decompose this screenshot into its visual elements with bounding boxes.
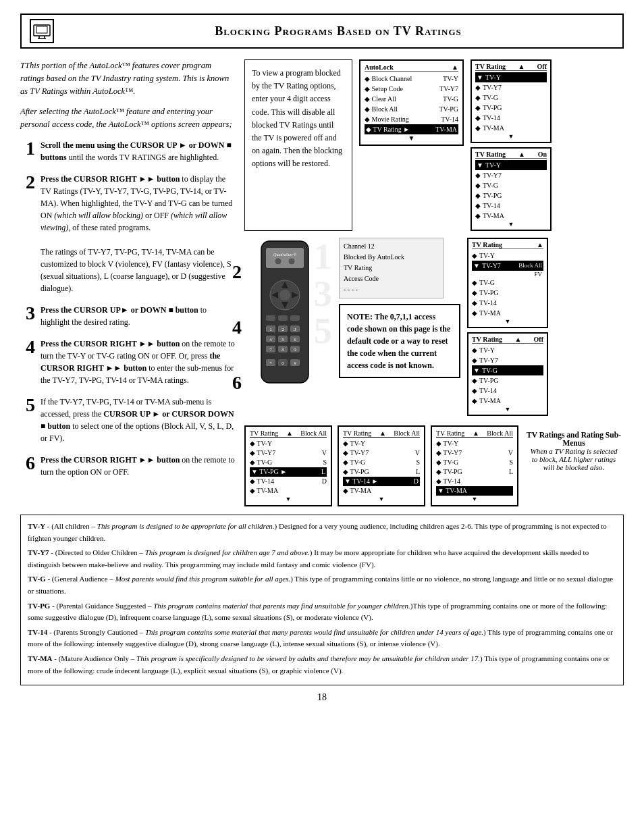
- sub-pg-tvY: ◆ TV-Y: [250, 439, 327, 448]
- screen-off-status: Off: [537, 63, 547, 70]
- screen-off-tvY: ▼ TV-Y: [475, 72, 547, 82]
- sub-ma-tvPG: ◆ TV-PGL: [436, 467, 513, 477]
- screen-g-tvPG: ◆ TV-PG: [472, 375, 543, 386]
- page-number: 18: [20, 692, 624, 703]
- autolock-arrows: ▲: [452, 63, 458, 71]
- step-1-number: 1: [20, 139, 35, 163]
- footer-note-6: TV-MA - (Mature Audience Only – This pro…: [28, 653, 616, 677]
- footer-note-5: TV-14 - (Parents Strongly Cautioned – Th…: [28, 627, 616, 650]
- svg-point-9: [288, 258, 295, 265]
- screen-on-tvMA: ◆ TV-MA: [475, 211, 547, 221]
- step-6: 6 Press the CURSOR RIGHT ►► button on th…: [20, 454, 236, 478]
- screens-3-4: TV Rating ▲ ◆ TV-Y ▼ TV-Y7 Block All FV …: [467, 238, 548, 416]
- channel-code-label: Access Code: [344, 273, 439, 284]
- step-4: 4 Press the CURSOR RIGHT ►► button on th…: [20, 338, 236, 386]
- sub-14-title: TV Rating: [343, 429, 371, 437]
- svg-text:9: 9: [294, 347, 296, 352]
- sub-pg-tvY7: ◆ TV-Y7V: [250, 448, 327, 458]
- screen-g-tvMA: ◆ TV-MA: [472, 396, 543, 406]
- tv-screen-y7: TV Rating ▲ ◆ TV-Y ▼ TV-Y7 Block All FV …: [467, 238, 548, 328]
- top-section: To view a program blocked by the TV Rati…: [244, 59, 624, 231]
- step-5-number: 5: [20, 396, 35, 444]
- screen-y7-tvG: ◆ TV-G: [472, 278, 543, 288]
- ratings-caption-area: TV Ratings and Rating Sub-Menus When a T…: [524, 425, 624, 474]
- step-4-bold2: the CURSOR RIGHT ►► button: [41, 351, 220, 373]
- step-2-number: 2: [20, 173, 35, 294]
- sub-ma-header: TV Rating ▲ Block All: [436, 429, 513, 438]
- autolock-down-arrow: ▼: [365, 134, 458, 142]
- sub-ma-arrows: ▲: [473, 429, 479, 437]
- screen-on-status: On: [538, 151, 547, 158]
- program-box: To view a program blocked by the TV Rati…: [244, 59, 352, 231]
- bottom-screens-area: TV Rating ▲ Block All ◆ TV-Y ◆ TV-Y7V ◆ …: [244, 425, 624, 506]
- step-6-number: 6: [20, 454, 35, 478]
- ratings-subcaption: When a TV Rating is selected to block, A…: [527, 447, 621, 471]
- svg-text:#: #: [294, 361, 296, 366]
- sub-pg-title: TV Rating: [250, 429, 278, 437]
- svg-text:2: 2: [281, 327, 284, 332]
- svg-text:5: 5: [281, 337, 284, 342]
- sub-14-tv14-sel: ▼ TV-14 ►D: [343, 477, 420, 486]
- intro-paragraph2: After selecting the AutoLock™ feature an…: [20, 105, 236, 131]
- channel-number: Channel 12: [344, 241, 439, 252]
- screen-off-tvPG: ◆ TV-PG: [475, 103, 547, 113]
- channel-code: - - - -: [344, 284, 439, 295]
- svg-rect-6: [266, 248, 304, 268]
- screen-g-title: TV Rating: [472, 336, 502, 343]
- sub-ma-tvG: ◆ TV-GS: [436, 458, 513, 467]
- sub-pg-down: ▼: [250, 496, 327, 502]
- sub-14-tvY: ◆ TV-Y: [343, 439, 420, 448]
- sub-pg-header: TV Rating ▲ Block All: [250, 429, 327, 438]
- footer-notes: TV-Y - (All children – This program is d…: [20, 515, 624, 685]
- step-4-content: Press the CURSOR RIGHT ►► button on the …: [41, 338, 236, 386]
- tv-screen-on: TV Rating ▲ On ▼ TV-Y ◆ TV-Y7 ◆ TV-G ◆ T…: [471, 147, 552, 231]
- note-box: NOTE: The 0,7,1,1 access code shown on t…: [339, 304, 460, 378]
- screen-off-tvG: ◆ TV-G: [475, 93, 547, 103]
- step-6-bold: Press the CURSOR RIGHT ►► button: [41, 455, 180, 465]
- step-2: 2 Press the CURSOR RIGHT ►► button to di…: [20, 173, 236, 294]
- step-num-2: 2: [232, 258, 242, 286]
- screen-on-title: TV Rating: [475, 151, 506, 158]
- screen-off-title: TV Rating: [475, 63, 506, 70]
- screens-off-on: TV Rating ▲ Off ▼ TV-Y ◆ TV-Y7 ◆ TV-G ◆ …: [471, 59, 552, 231]
- screen-y7-tvY7-sel: ▼ TV-Y7 Block All: [472, 261, 543, 271]
- page-title: Blocking Programs Based on TV Ratings: [62, 24, 614, 38]
- screen-g-tvY7: ◆ TV-Y7: [472, 355, 543, 365]
- sub-ma-tv14: ◆ TV-14: [436, 477, 513, 486]
- svg-rect-1: [36, 26, 47, 33]
- step-4-number: 4: [20, 338, 35, 386]
- screen-g-status: Off: [534, 336, 543, 343]
- step-4-bold: Press the CURSOR RIGHT ►► button: [41, 339, 180, 348]
- screen-on-arrows: ▲: [518, 151, 525, 158]
- svg-text:6: 6: [294, 337, 296, 342]
- sub-14-tvG: ◆ TV-GS: [343, 458, 420, 467]
- screen-off-tvMA: ◆ TV-MA: [475, 123, 547, 133]
- step-5: 5 If the TV-Y7, TV-PG, TV-14 or TV-MA su…: [20, 396, 236, 444]
- sub-ma-tvMA-sel: ▼ TV-MA: [436, 486, 513, 496]
- main-content: TThis portion of the AutoLock™ features …: [20, 59, 624, 506]
- sub-ma-down: ▼: [436, 496, 513, 502]
- sub-14-status: Block All: [394, 429, 420, 437]
- sub-pg-status: Block All: [300, 429, 327, 437]
- step-2-italic1: (which will allow blocking): [54, 211, 143, 220]
- svg-text:8: 8: [281, 347, 284, 352]
- screen-g-down: ▼: [472, 406, 543, 413]
- sub-14-arrows: ▲: [379, 429, 386, 437]
- autolock-title: AutoLock: [365, 63, 394, 71]
- sub-ma-tvY: ◆ TV-Y: [436, 439, 513, 448]
- screen-y7-tvY: ◆ TV-Y: [472, 251, 543, 261]
- screen-y7-arrows: ▲: [537, 241, 543, 248]
- autolock-area: AutoLock ▲ ◆ Block Channel TV-Y ◆ Setup …: [359, 59, 464, 231]
- sub-ma-status: Block All: [487, 429, 513, 437]
- screen-on-tvY7: ◆ TV-Y7: [475, 170, 547, 180]
- sub-14-header: TV Rating ▲ Block All: [343, 429, 420, 438]
- screen-off-tv14: ◆ TV-14: [475, 113, 547, 123]
- screen-y7-tv14: ◆ TV-14: [472, 298, 543, 308]
- svg-text:7: 7: [269, 347, 272, 352]
- sub-menu-14: TV Rating ▲ Block All ◆ TV-Y ◆ TV-Y7V ◆ …: [338, 425, 425, 506]
- svg-rect-18: [290, 315, 300, 321]
- step-overlay-numbers: 2 4 6: [232, 258, 242, 397]
- channel-rating-label: TV Rating: [344, 263, 439, 273]
- step-5-bold: CURSOR UP ► or CURSOR DOWN ■ button: [41, 409, 234, 431]
- note-label: NOTE:: [347, 312, 373, 321]
